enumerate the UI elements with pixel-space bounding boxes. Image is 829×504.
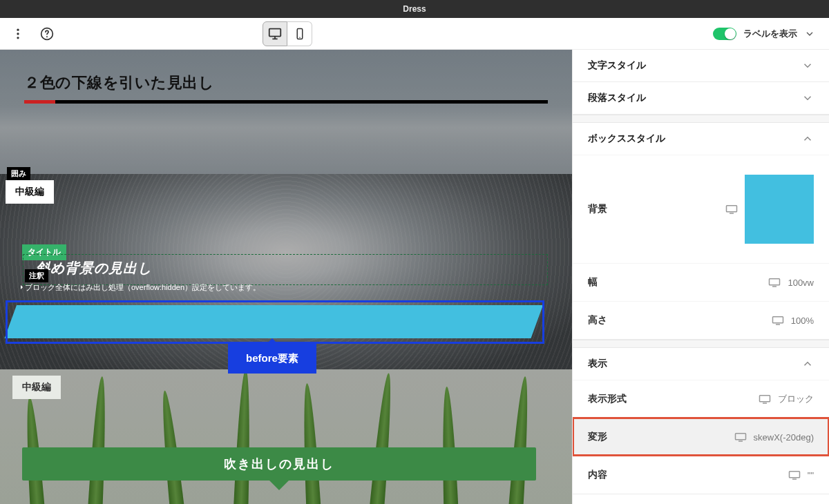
- desktop-icon: [788, 470, 801, 480]
- svg-point-0: [17, 28, 19, 30]
- mobile-icon: [294, 26, 306, 41]
- desktop-icon: [725, 204, 738, 214]
- window-titlebar: Dress: [0, 0, 829, 18]
- more-vertical-icon: [11, 27, 25, 41]
- tag-note: 注釈: [25, 269, 48, 282]
- heading2-title: 斜め背景の見出し: [36, 259, 535, 278]
- section-display-label: 表示: [588, 358, 607, 370]
- svg-rect-13: [789, 472, 799, 478]
- row-height[interactable]: 高さ 100%: [573, 301, 829, 339]
- background-sky: [0, 50, 572, 191]
- tag-frame: 囲み: [7, 167, 30, 180]
- section-paragraph-style-label: 段落スタイル: [588, 92, 646, 104]
- section-text-style-label: 文字スタイル: [588, 59, 646, 72]
- svg-rect-12: [735, 434, 745, 440]
- row-content[interactable]: 内容 "": [573, 456, 829, 494]
- desktop-icon: [267, 26, 283, 41]
- section-display[interactable]: 表示: [573, 348, 829, 380]
- row-height-value: 100%: [791, 316, 814, 326]
- desktop-icon: [768, 278, 781, 287]
- svg-point-4: [46, 36, 48, 37]
- level-badge-1[interactable]: 中級編: [6, 180, 54, 204]
- row-height-label: 高さ: [588, 314, 607, 327]
- desktop-preview-button[interactable]: [263, 21, 287, 46]
- svg-point-7: [299, 37, 301, 38]
- note-text: ブロック全体にはみ出し処理（overflow:hidden）設定をしています。: [25, 282, 260, 293]
- row-transform[interactable]: 変形 skewX(-20deg): [573, 418, 829, 456]
- heading-speech-bubble[interactable]: 吹き出しの見出し: [22, 447, 536, 481]
- svg-rect-10: [772, 317, 783, 323]
- heading1-title: ２色の下線を引いた見出し: [24, 72, 548, 93]
- section-box-style-label: ボックススタイル: [588, 133, 665, 145]
- selection-label: before要素: [228, 344, 316, 374]
- row-width-value: 100vw: [788, 278, 814, 288]
- chevron-up-icon: [801, 133, 814, 145]
- device-preview-group: [263, 21, 312, 46]
- row-transform-label: 変形: [588, 431, 607, 443]
- chevron-down-icon[interactable]: [804, 28, 815, 39]
- row-width-label: 幅: [588, 276, 598, 289]
- help-button[interactable]: [37, 24, 57, 43]
- label-toggle-text: ラベルを表示: [743, 28, 797, 40]
- inspector-panel: 文字スタイル 段落スタイル ボックススタイル 背景: [572, 50, 829, 504]
- window-title: Dress: [403, 4, 426, 14]
- row-background[interactable]: 背景: [573, 155, 829, 263]
- section-paragraph-style[interactable]: 段落スタイル: [573, 82, 829, 114]
- level-badge-2[interactable]: 中級編: [12, 376, 61, 399]
- svg-rect-11: [760, 396, 770, 402]
- row-display-mode-label: 表示形式: [588, 393, 627, 405]
- background-color-swatch[interactable]: [745, 175, 814, 244]
- svg-rect-8: [727, 206, 737, 212]
- preview-canvas[interactable]: ２色の下線を引いた見出し 囲み 中級編 タイトル 斜め背景の見出し 注釈 ブロッ…: [0, 50, 572, 504]
- desktop-icon: [772, 316, 784, 325]
- row-display-mode[interactable]: 表示形式 ブロック: [573, 380, 829, 418]
- mobile-preview-button[interactable]: [287, 21, 312, 46]
- svg-rect-9: [770, 279, 780, 285]
- section-text-style[interactable]: 文字スタイル: [573, 50, 829, 81]
- chevron-down-icon: [801, 92, 814, 104]
- row-width[interactable]: 幅 100vw: [573, 263, 829, 301]
- chevron-down-icon: [801, 59, 814, 72]
- svg-point-1: [17, 32, 19, 35]
- heading-two-color-underline[interactable]: ２色の下線を引いた見出し: [24, 72, 548, 104]
- label-toggle[interactable]: [713, 28, 736, 40]
- menu-button[interactable]: [8, 24, 28, 43]
- row-content-label: 内容: [588, 469, 607, 481]
- chevron-up-icon: [801, 358, 814, 370]
- desktop-icon: [734, 432, 747, 442]
- desktop-icon: [759, 394, 771, 404]
- help-icon: [40, 27, 54, 41]
- svg-point-2: [17, 37, 19, 39]
- heading-slanted-bg[interactable]: 斜め背景の見出し: [23, 254, 548, 285]
- toolbar: ラベルを表示: [0, 18, 829, 50]
- row-transform-value: skewX(-20deg): [754, 432, 814, 443]
- svg-rect-5: [269, 28, 281, 36]
- row-background-label: 背景: [588, 203, 607, 215]
- selection-outline[interactable]: [6, 300, 544, 344]
- row-content-value: "": [808, 470, 814, 481]
- row-display-mode-value: ブロック: [778, 393, 814, 405]
- section-box-style[interactable]: ボックススタイル: [573, 123, 829, 155]
